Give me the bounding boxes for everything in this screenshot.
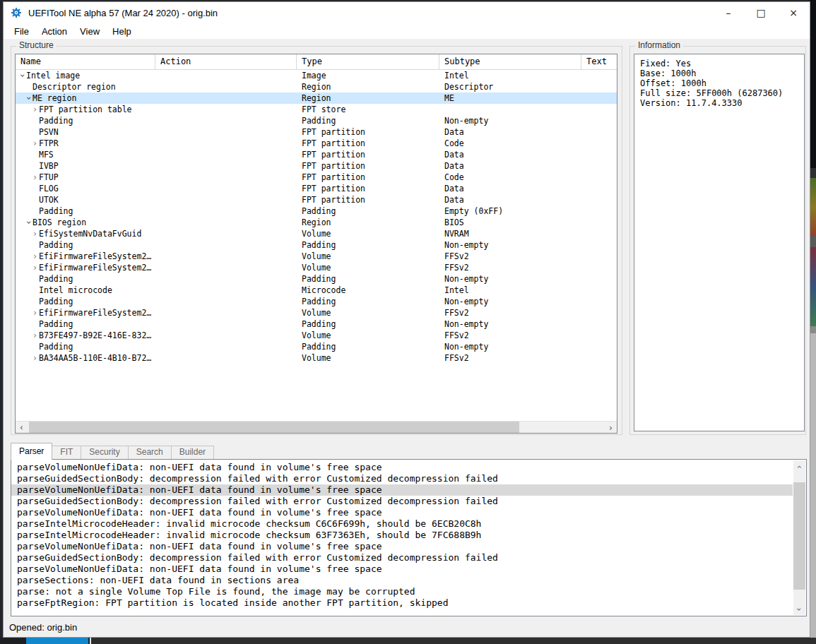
- cell-subtype: Code: [439, 138, 581, 149]
- menu-item-help[interactable]: Help: [106, 25, 138, 38]
- log-line[interactable]: parseGuidedSectionBody: decompression fa…: [11, 473, 793, 484]
- cell-subtype: Intel: [439, 285, 581, 296]
- log-line[interactable]: parseIntelMicrocodeHeader: invalid micro…: [11, 530, 793, 541]
- menu-item-action[interactable]: Action: [35, 25, 73, 38]
- scroll-left-button[interactable]: ›: [16, 422, 28, 434]
- chevron-right-icon[interactable]: ›: [31, 104, 39, 115]
- tree-row[interactable]: ›EfiSystemNvDataFvGuidVolumeNVRAM: [16, 228, 617, 239]
- cell-text: [581, 273, 586, 285]
- chevron-right-icon[interactable]: ›: [31, 251, 39, 262]
- chevron-right-icon[interactable]: ›: [31, 228, 39, 239]
- tree-row[interactable]: PaddingPaddingNon-empty: [16, 296, 617, 307]
- hscroll-thumb[interactable]: [29, 422, 519, 433]
- tab-fit[interactable]: FIT: [52, 446, 81, 459]
- tree-row[interactable]: FLOGFPT partitionData: [16, 183, 617, 194]
- tree-item-label: B73FE497-B92E-416E-832…: [39, 330, 151, 341]
- cell-text: [581, 296, 586, 307]
- log-line[interactable]: parseIntelMicrocodeHeader: invalid micro…: [11, 518, 793, 530]
- tree-row[interactable]: ›BIOS regionRegionBIOS: [16, 217, 617, 228]
- chevron-down-icon[interactable]: ›: [23, 219, 35, 227]
- cell-action: [155, 330, 297, 341]
- tree-row[interactable]: PaddingPaddingEmpty (0xFF): [16, 205, 617, 217]
- tree-row[interactable]: PaddingPaddingNon-empty: [16, 273, 617, 285]
- tree-row[interactable]: Descriptor regionRegionDescriptor: [16, 81, 617, 93]
- minimize-button[interactable]: –: [712, 2, 745, 23]
- tree-row[interactable]: PaddingPaddingNon-empty: [16, 318, 617, 330]
- menu-item-view[interactable]: View: [73, 25, 106, 38]
- tree-row[interactable]: ›BA34AA5B-110E-4B10-B72…VolumeFFSv2: [16, 352, 617, 364]
- chevron-right-icon[interactable]: ›: [31, 330, 39, 341]
- tree-row[interactable]: MFSFPT partitionData: [16, 149, 617, 160]
- cell-name: ›Intel image: [16, 70, 155, 81]
- tree-row[interactable]: ›EfiFirmwareFileSystem2…VolumeFFSv2: [16, 262, 617, 273]
- cell-subtype: FFSv2: [439, 262, 581, 273]
- tree-row[interactable]: IVBPFPT partitionData: [16, 160, 617, 172]
- cell-action: [155, 262, 297, 273]
- tree-row[interactable]: ›FTPRFPT partitionCode: [16, 138, 617, 149]
- tab-builder[interactable]: Builder: [171, 446, 214, 459]
- log-line[interactable]: parseVolumeNonUefiData: non-UEFI data fo…: [11, 507, 793, 518]
- parser-log-pane[interactable]: parseVolumeNonUefiData: non-UEFI data fo…: [11, 459, 807, 616]
- hscroll-track[interactable]: [28, 422, 605, 433]
- cell-subtype: FFSv2: [439, 307, 581, 318]
- chevron-right-icon[interactable]: ›: [31, 172, 39, 183]
- column-header-action[interactable]: Action: [155, 54, 297, 69]
- log-line[interactable]: parse: not a single Volume Top File is f…: [11, 586, 793, 597]
- tree-row[interactable]: Intel microcodeMicrocodeIntel: [16, 285, 617, 296]
- chevron-right-icon[interactable]: ›: [31, 307, 39, 318]
- chevron-right-icon[interactable]: ›: [31, 262, 39, 273]
- info-line: Fixed: Yes: [640, 59, 804, 68]
- tree-row[interactable]: ›FPT partition tableFPT store: [16, 104, 617, 115]
- tree-row[interactable]: ›ME regionRegionME: [16, 93, 617, 104]
- close-button[interactable]: ×: [777, 2, 810, 23]
- tree-row[interactable]: ›B73FE497-B92E-416E-832…VolumeFFSv2: [16, 330, 617, 341]
- log-vscrollbar[interactable]: › ›: [793, 460, 805, 615]
- tree-row[interactable]: ›EfiFirmwareFileSystem2…VolumeFFSv2: [16, 307, 617, 318]
- column-header-subtype[interactable]: Subtype: [439, 54, 581, 69]
- cell-subtype: Data: [439, 149, 581, 160]
- tree-row[interactable]: PaddingPaddingNon-empty: [16, 341, 617, 352]
- chevron-right-icon[interactable]: ›: [31, 352, 39, 364]
- column-header-type[interactable]: Type: [297, 54, 439, 69]
- vscroll-track[interactable]: [793, 472, 805, 603]
- log-line[interactable]: parseVolumeNonUefiData: non-UEFI data fo…: [11, 541, 793, 552]
- tab-search[interactable]: Search: [128, 446, 172, 459]
- log-line[interactable]: parseSections: non-UEFI data found in se…: [11, 575, 793, 586]
- cell-type: Padding: [297, 239, 439, 251]
- tab-security[interactable]: Security: [81, 446, 128, 459]
- tree-row[interactable]: PaddingPaddingNon-empty: [16, 115, 617, 126]
- tab-parser[interactable]: Parser: [11, 443, 52, 460]
- log-line[interactable]: parseFptRegion: FPT partition is located…: [11, 597, 793, 609]
- cell-name: Descriptor region: [16, 81, 155, 93]
- tree-row[interactable]: ›EfiFirmwareFileSystem2…VolumeFFSv2: [16, 251, 617, 262]
- chevron-right-icon[interactable]: ›: [31, 138, 39, 149]
- column-header-name[interactable]: Name: [16, 54, 155, 69]
- tree-row[interactable]: UTOKFPT partitionData: [16, 194, 617, 205]
- structure-tree[interactable]: NameActionTypeSubtypeText ›Intel imageIm…: [15, 54, 617, 434]
- tree-item-label: EfiSystemNvDataFvGuid: [39, 228, 141, 239]
- log-lines: parseVolumeNonUefiData: non-UEFI data fo…: [11, 462, 793, 609]
- title-bar[interactable]: UEFITool NE alpha 57 (Mar 24 2020) - ori…: [4, 2, 810, 23]
- scroll-up-button[interactable]: ›: [793, 460, 805, 472]
- tree-row[interactable]: ›Intel imageImageIntel: [16, 70, 617, 81]
- column-header-text[interactable]: Text: [581, 54, 617, 69]
- chevron-down-icon[interactable]: ›: [17, 72, 28, 80]
- chevron-down-icon[interactable]: ›: [23, 95, 35, 102]
- cell-name: MFS: [16, 149, 155, 160]
- cell-type: FPT partition: [297, 126, 439, 138]
- log-line[interactable]: parseVolumeNonUefiData: non-UEFI data fo…: [11, 484, 793, 496]
- tree-row[interactable]: ›FTUPFPT partitionCode: [16, 172, 617, 183]
- log-line[interactable]: parseVolumeNonUefiData: non-UEFI data fo…: [11, 564, 793, 575]
- log-line[interactable]: parseVolumeNonUefiData: non-UEFI data fo…: [11, 462, 793, 473]
- tree-hscrollbar[interactable]: › ›: [16, 421, 617, 433]
- log-line[interactable]: parseGuidedSectionBody: decompression fa…: [11, 552, 793, 564]
- tree-row[interactable]: PaddingPaddingNon-empty: [16, 239, 617, 251]
- maximize-button[interactable]: □: [745, 2, 777, 23]
- cell-action: [155, 352, 297, 364]
- menu-item-file[interactable]: File: [8, 25, 35, 38]
- scroll-down-button[interactable]: ›: [793, 603, 805, 615]
- vscroll-thumb[interactable]: [793, 482, 805, 590]
- tree-row[interactable]: PSVNFPT partitionData: [16, 126, 617, 138]
- scroll-right-button[interactable]: ›: [605, 422, 617, 434]
- log-line[interactable]: parseGuidedSectionBody: decompression fa…: [11, 496, 793, 507]
